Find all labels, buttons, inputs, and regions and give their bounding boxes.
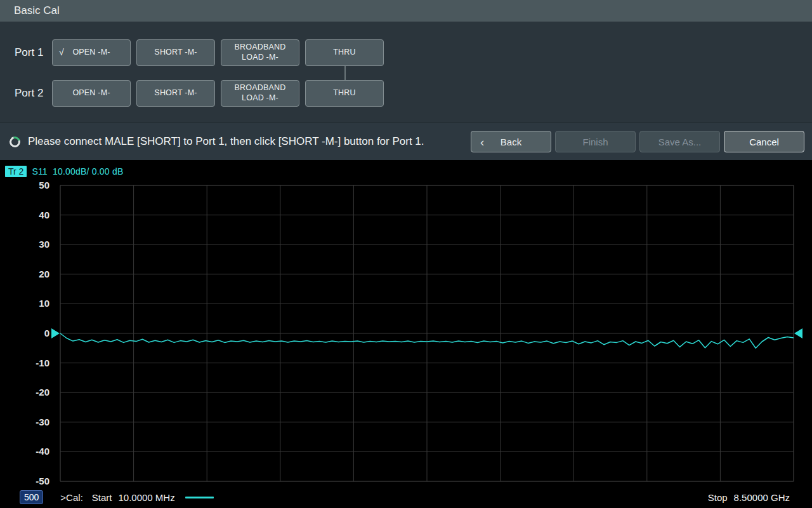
status-bar: 500 >Cal: Start 10.0000 MHz Stop 8.50000… [0,486,812,508]
port2-short-button[interactable]: SHORT -M- [136,80,215,107]
ref-level-marker-right [794,328,802,338]
cancel-button[interactable]: Cancel [724,131,804,152]
y-axis-tick-label: 40 [19,210,49,220]
y-axis-tick-label: 10 [19,298,49,309]
port1-short-button[interactable]: SHORT -M- [136,39,215,66]
stop-freq-value: 8.50000 GHz [734,492,790,503]
port1-thru-label: THRU [333,48,356,58]
port1-broadband-load-button[interactable]: BROADBAND LOAD -M- [221,39,299,66]
port2-open-label: OPEN -M- [72,88,110,98]
y-axis-tick-label: 50 [19,180,49,190]
cancel-button-label: Cancel [749,137,779,147]
trace-plot [0,160,812,508]
y-axis-tick-label: -30 [19,417,49,427]
y-axis-tick-label: -50 [19,476,49,486]
port1-thru-button[interactable]: THRU [305,39,384,66]
back-button[interactable]: ‹ Back [471,131,551,152]
check-icon: √ [59,47,64,58]
stop-freq-group: Stop 8.50000 GHz [708,492,790,503]
y-axis-tick-label: -20 [19,387,49,398]
y-axis-tick-label: 30 [19,239,49,250]
port2-thru-label: THRU [333,88,356,98]
save-as-button[interactable]: Save As... [639,131,720,152]
trace-display-area: Tr 2 S11 10.00dB/ 0.00 dB 50403020100-10… [0,160,812,508]
trace-legend-line [185,497,214,498]
start-freq-value: 10.0000 MHz [118,492,174,503]
y-axis-tick-label: -10 [19,358,49,368]
cal-state-label: >Cal: [60,492,82,503]
port1-broadband-load-label: BROADBAND LOAD -M- [228,43,292,62]
start-freq-label: Start [92,492,112,503]
port2-broadband-load-label: BROADBAND LOAD -M- [228,83,292,103]
thru-connector-line [344,66,346,81]
y-axis-tick-label: 0 [19,328,49,338]
cal-standards-section: Port 1 √ OPEN -M- SHORT -M- BROADBAND LO… [0,22,812,123]
ref-level-marker-left [51,328,60,338]
y-axis-tick-label: 20 [19,269,49,279]
port1-open-label: OPEN -M- [72,48,110,58]
save-as-button-label: Save As... [658,137,702,147]
port2-label: Port 2 [0,87,52,100]
chevron-left-icon: ‹ [480,136,484,148]
dialog-title: Basic Cal [14,4,60,17]
instruction-bar: Please connect MALE [SHORT] to Port 1, t… [0,123,812,160]
port2-broadband-load-button[interactable]: BROADBAND LOAD -M- [221,80,299,107]
y-axis-tick-label: -40 [19,446,49,457]
port1-label: Port 1 [0,46,52,59]
finish-button-label: Finish [582,137,608,147]
port1-row: Port 1 √ OPEN -M- SHORT -M- BROADBAND LO… [0,39,812,66]
port1-short-label: SHORT -M- [154,48,197,58]
basic-cal-dialog: Basic Cal Port 1 √ OPEN -M- SHORT -M- BR… [0,0,812,508]
sweep-points-badge[interactable]: 500 [20,490,43,504]
busy-spinner-icon [8,135,22,149]
port2-thru-button[interactable]: THRU [305,80,384,107]
port2-short-label: SHORT -M- [154,88,197,98]
stop-freq-label: Stop [708,492,728,503]
instruction-text: Please connect MALE [SHORT] to Port 1, t… [28,135,424,148]
port2-row: Port 2 OPEN -M- SHORT -M- BROADBAND LOAD… [0,80,812,107]
dialog-titlebar: Basic Cal [0,0,812,22]
port1-open-button[interactable]: √ OPEN -M- [52,39,131,66]
port2-open-button[interactable]: OPEN -M- [52,80,131,107]
wizard-action-buttons: ‹ Back Finish Save As... Cancel [471,131,804,152]
back-button-label: Back [501,137,521,147]
finish-button[interactable]: Finish [555,131,636,152]
